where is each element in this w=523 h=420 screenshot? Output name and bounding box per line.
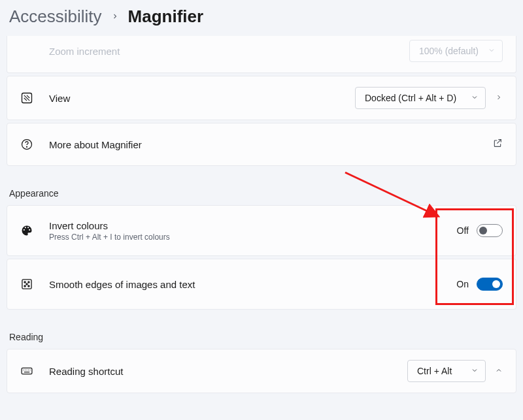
chevron-down-icon xyxy=(471,366,479,376)
image-icon xyxy=(20,278,49,291)
invert-colours-state: Off xyxy=(457,225,469,236)
reading-shortcut-select[interactable]: Ctrl + Alt xyxy=(407,360,486,382)
svg-point-5 xyxy=(28,282,29,283)
row-more-about-magnifier[interactable]: More about Magnifier xyxy=(7,123,516,166)
section-reading: Reading xyxy=(7,312,516,349)
svg-rect-9 xyxy=(22,368,32,374)
chevron-right-icon xyxy=(111,10,119,24)
smooth-edges-label: Smooth edges of images and text xyxy=(49,279,456,290)
row-zoom-increment[interactable]: Zoom increment 100% (default) xyxy=(7,36,516,73)
row-invert-colours: Invert colours Press Ctrl + Alt + I to i… xyxy=(7,205,516,256)
chevron-right-icon xyxy=(495,92,503,104)
chevron-up-icon xyxy=(495,365,503,377)
svg-point-2 xyxy=(27,146,27,147)
zoom-increment-value: 100% (default) xyxy=(419,46,479,56)
row-smooth-edges: Smooth edges of images and text On xyxy=(7,259,516,310)
invert-colours-label: Invert colours xyxy=(49,220,457,231)
keyboard-icon xyxy=(20,364,49,378)
svg-point-7 xyxy=(28,285,29,287)
view-select[interactable]: Docked (Ctrl + Alt + D) xyxy=(355,87,486,109)
row-reading-shortcut[interactable]: Reading shortcut Ctrl + Alt xyxy=(7,349,516,393)
breadcrumb-current: Magnifier xyxy=(128,7,204,27)
settings-content: Zoom increment 100% (default) View Docke… xyxy=(0,36,523,393)
svg-point-6 xyxy=(24,285,25,287)
smooth-edges-toggle[interactable] xyxy=(477,278,503,291)
reading-shortcut-label: Reading shortcut xyxy=(49,366,407,377)
more-about-label: More about Magnifier xyxy=(49,139,492,150)
invert-colours-toggle[interactable] xyxy=(477,224,503,237)
palette-icon xyxy=(20,224,49,237)
reading-shortcut-value: Ctrl + Alt xyxy=(417,366,452,376)
chevron-down-icon xyxy=(471,93,479,103)
section-appearance: Appearance xyxy=(7,169,516,205)
external-link-icon xyxy=(492,138,503,151)
chevron-down-icon xyxy=(488,46,496,56)
invert-colours-subtitle: Press Ctrl + Alt + I to invert colours xyxy=(49,233,457,242)
view-value: Docked (Ctrl + Alt + D) xyxy=(365,93,456,103)
breadcrumb-parent[interactable]: Accessibility xyxy=(9,7,102,27)
smooth-edges-state: On xyxy=(456,279,469,289)
view-label: View xyxy=(49,93,355,104)
row-view[interactable]: View Docked (Ctrl + Alt + D) xyxy=(7,76,516,120)
zoom-increment-label: Zoom increment xyxy=(49,46,409,57)
view-icon xyxy=(20,91,49,105)
help-icon xyxy=(20,138,49,151)
zoom-increment-select[interactable]: 100% (default) xyxy=(409,40,503,62)
breadcrumb: Accessibility Magnifier xyxy=(0,0,523,39)
svg-point-8 xyxy=(26,283,27,285)
svg-point-4 xyxy=(24,282,25,283)
